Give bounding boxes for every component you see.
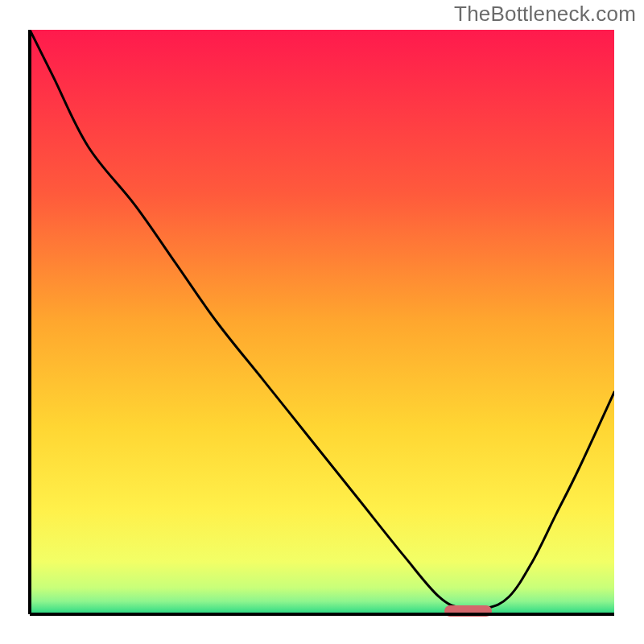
- axes: [0, 0, 644, 644]
- watermark-text: TheBottleneck.com: [454, 2, 636, 27]
- chart-stage: TheBottleneck.com: [0, 0, 644, 644]
